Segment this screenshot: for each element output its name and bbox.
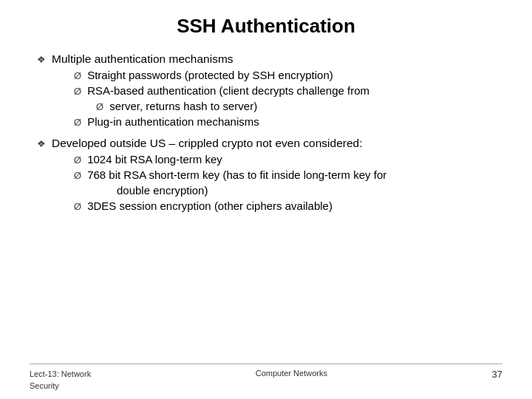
s1-item-2-text: RSA-based authentication (client decrypt… xyxy=(87,84,369,97)
s1-item-2-marker: Ø xyxy=(74,86,81,97)
s2-item-1-marker: Ø xyxy=(74,154,81,166)
section-1: ❖ Multiple authentication mechanisms Ø S… xyxy=(37,52,495,131)
footer-left: Lect-13: Network Security xyxy=(30,369,91,392)
footer-right: 37 xyxy=(492,369,502,380)
section-2-body: Developed outside US – crippled crypto n… xyxy=(52,137,386,215)
footer-left-line1: Lect-13: Network xyxy=(30,369,91,378)
section-2-marker: ❖ xyxy=(37,138,46,149)
footer-center: Computer Networks xyxy=(256,369,327,378)
s1-item-1: Ø Straight passwords (protected by SSH e… xyxy=(74,69,369,81)
s1-item-2b-marker: Ø xyxy=(96,101,103,112)
s2-item-3-text: 3DES session encryption (other ciphers a… xyxy=(87,200,332,212)
slide: SSH Authentication ❖ Multiple authentica… xyxy=(0,0,532,399)
section-1-marker: ❖ xyxy=(37,54,46,65)
s1-item-2: Ø RSA-based authentication (client decry… xyxy=(74,84,369,97)
s2-item-2b: double encryption) xyxy=(117,184,386,197)
slide-content: ❖ Multiple authentication mechanisms Ø S… xyxy=(30,52,502,364)
section-1-body: Multiple authentication mechanisms Ø Str… xyxy=(52,52,369,131)
section-1-subbullets: Ø Straight passwords (protected by SSH e… xyxy=(74,69,369,128)
s1-item-2b-text: server, returns hash to server) xyxy=(109,100,257,112)
s2-item-2-marker: Ø xyxy=(74,170,81,181)
s2-item-3: Ø 3DES session encryption (other ciphers… xyxy=(74,200,386,212)
s2-item-2: Ø 768 bit RSA short-term key (has to fit… xyxy=(74,168,386,181)
s2-item-1-text: 1024 bit RSA long-term key xyxy=(87,153,222,166)
s1-item-3-text: Plug-in authentication mechanisms xyxy=(87,115,259,128)
s2-item-2-text: 768 bit RSA short-term key (has to fit i… xyxy=(87,168,386,181)
slide-footer: Lect-13: Network Security Computer Netwo… xyxy=(30,364,502,392)
section-1-text: Multiple authentication mechanisms xyxy=(52,52,233,65)
s2-item-3-marker: Ø xyxy=(74,201,81,212)
s1-item-3: Ø Plug-in authentication mechanisms xyxy=(74,115,369,128)
s1-item-1-marker: Ø xyxy=(74,70,81,81)
s1-item-1-text: Straight passwords (protected by SSH enc… xyxy=(87,69,333,81)
footer-left-line2: Security xyxy=(30,381,59,390)
s1-item-2b: Ø server, returns hash to server) xyxy=(96,100,369,112)
s2-item-2b-text: double encryption) xyxy=(117,184,208,197)
s2-item-1: Ø 1024 bit RSA long-term key xyxy=(74,153,386,166)
section-2-subbullets: Ø 1024 bit RSA long-term key Ø 768 bit R… xyxy=(74,153,386,212)
section-2: ❖ Developed outside US – crippled crypto… xyxy=(37,137,495,215)
section-2-text: Developed outside US – crippled crypto n… xyxy=(52,137,362,149)
s1-item-3-marker: Ø xyxy=(74,117,81,128)
slide-title: SSH Authentication xyxy=(30,15,502,38)
